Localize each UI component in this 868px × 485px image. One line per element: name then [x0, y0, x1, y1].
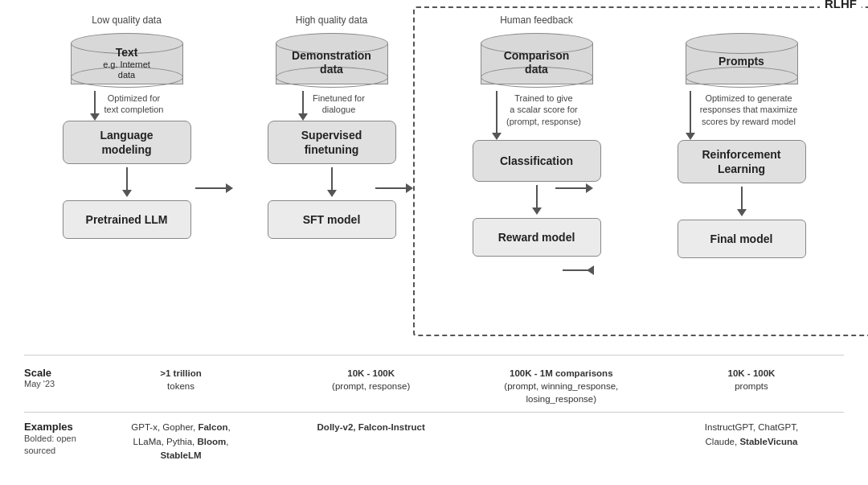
rlhf-label: RLHF — [820, 0, 862, 10]
examples-section: Examples Bolded: opensourced GPT-x, Goph… — [24, 421, 844, 462]
col2-process: Supervisedfinetuning — [268, 121, 396, 164]
col2-cylinder-label: Demonstrationdata — [292, 49, 371, 76]
divider-examples — [24, 412, 844, 413]
col-comparison: Human feedback Comparisondata Trained to… — [446, 14, 627, 258]
col2-output: SFT model — [268, 200, 396, 239]
col4-cylinder-label: Prompts — [719, 55, 764, 68]
examples-col4: InstructGPT, ChatGPT,Claude, StableVicun… — [659, 421, 844, 462]
scale-section: Scale May '23 >1 trilliontokens 10K - 10… — [24, 367, 844, 405]
examples-col2: Dolly-v2, Falcon-Instruct — [279, 421, 464, 462]
col2-cylinder: Demonstrationdata — [276, 33, 388, 88]
col2-quality: High quality data — [296, 14, 367, 29]
col1-output: Pretrained LLM — [63, 200, 191, 239]
examples-col3 — [469, 421, 653, 462]
col3-cylinder: Comparisondata — [481, 33, 593, 88]
scale-col1: >1 trilliontokens — [88, 367, 273, 405]
col4-output: Final model — [678, 220, 806, 258]
scale-title: Scale — [24, 367, 88, 379]
col1-annotation: Optimized fortext completion — [104, 92, 164, 116]
col4-process: ReinforcementLearning — [678, 140, 806, 183]
scale-col3: 100K - 1M comparisons(prompt, winning_re… — [469, 367, 653, 405]
scale-col2: 10K - 100K(prompt, response) — [279, 367, 464, 405]
col2-annotation: Finetuned fordialogue — [313, 92, 365, 116]
col3-annotation: Trained to givea scalar score for(prompt… — [506, 92, 581, 127]
col3-quality: Human feedback — [500, 14, 573, 29]
col3-output: Reward model — [473, 218, 601, 257]
examples-subtitle: Bolded: opensourced — [24, 433, 88, 456]
col3-process: Classification — [473, 140, 601, 182]
col-text: Low quality data Text e.g. Internet data — [36, 14, 217, 258]
divider-scale — [24, 355, 844, 356]
col1-cylinder-label: Text e.g. Internet data — [99, 46, 155, 80]
col1-quality: Low quality data — [92, 14, 162, 29]
main-diagram: RLHF Low quality data Text e.g. Internet… — [0, 0, 868, 485]
col4-cylinder: Prompts — [686, 33, 798, 88]
col1-cylinder: Text e.g. Internet data — [71, 33, 183, 88]
col1-process: Languagemodeling — [63, 121, 191, 164]
col4-annotation: Optimized to generateresponses that maxi… — [700, 92, 798, 127]
scale-subtitle: May '23 — [24, 379, 88, 388]
arrow-reward-to-rl — [563, 269, 564, 271]
col-demo: High quality data Demonstrationdata Fine… — [241, 14, 422, 258]
col-prompts: Prompts Optimized to generateresponses t… — [651, 14, 832, 258]
examples-title: Examples — [24, 421, 88, 433]
examples-col1: GPT-x, Gopher, Falcon,LLaMa, Pythia, Blo… — [88, 421, 273, 462]
scale-col4: 10K - 100Kprompts — [659, 367, 844, 405]
col3-cylinder-label: Comparisondata — [504, 49, 570, 76]
